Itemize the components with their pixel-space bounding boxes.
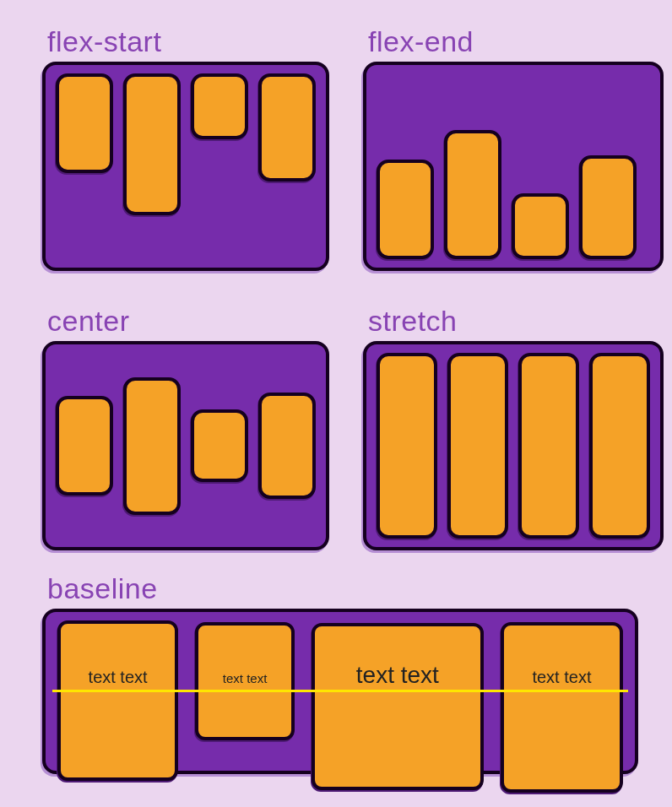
label-center: center (47, 305, 329, 338)
flex-item (258, 73, 316, 181)
flex-item (377, 160, 434, 259)
container-stretch (363, 341, 664, 550)
flex-item (512, 193, 569, 259)
flex-item (191, 73, 248, 139)
flex-item (518, 353, 579, 539)
label-baseline: baseline (47, 572, 638, 605)
label-flex-end: flex-end (368, 25, 664, 58)
example-flex-start: flex-start (42, 25, 329, 271)
flex-item (123, 377, 181, 515)
item-text: text text (89, 668, 148, 687)
flex-item: text text (57, 620, 178, 781)
flex-item (377, 353, 437, 539)
flex-item (579, 155, 637, 259)
container-center (42, 341, 329, 550)
flex-item: text text (195, 622, 295, 740)
container-flex-start (42, 62, 329, 271)
example-stretch: stretch (363, 305, 664, 550)
example-center: center (42, 305, 329, 550)
flex-item (589, 353, 650, 539)
flex-item (258, 393, 316, 499)
baseline-guide-line (52, 690, 628, 692)
flex-item: text text (501, 622, 623, 793)
label-flex-start: flex-start (47, 25, 329, 58)
flex-item (444, 130, 501, 259)
flex-item (447, 353, 508, 539)
flex-item (123, 73, 181, 215)
container-baseline: text text text text text text text text (42, 609, 638, 774)
container-flex-end (363, 62, 664, 271)
flex-item (56, 396, 113, 496)
example-baseline: baseline text text text text text text t… (0, 572, 672, 774)
flex-item (191, 409, 248, 482)
item-text: text text (532, 668, 591, 687)
example-flex-end: flex-end (363, 25, 664, 271)
flex-item (56, 73, 113, 173)
flex-item: text text (312, 623, 484, 790)
item-text: text text (223, 671, 268, 685)
item-text: text text (356, 662, 439, 689)
label-stretch: stretch (368, 305, 664, 338)
